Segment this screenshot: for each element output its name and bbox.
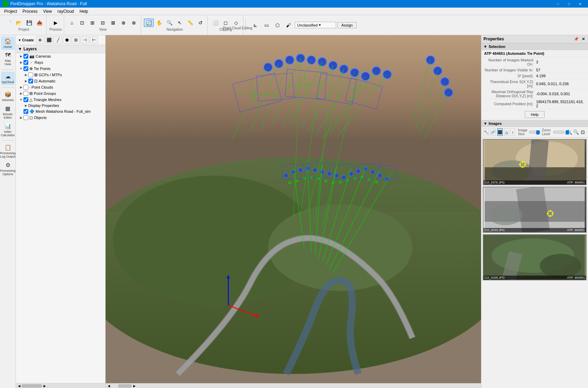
rays-checkbox[interactable]: [23, 60, 28, 65]
create-measurement-btn[interactable]: ⊣: [81, 36, 89, 44]
help-button[interactable]: Help: [525, 111, 545, 118]
props-close-button[interactable]: ✕: [580, 36, 586, 42]
view-settings-button[interactable]: ⊗: [129, 19, 139, 27]
layer-gcps-mtps[interactable]: ▶ ⊠ GCPs / MTPs: [16, 72, 105, 78]
pce-polygon-button[interactable]: ⬡: [273, 21, 282, 29]
view-zoom-fit-button[interactable]: ⊡: [77, 19, 87, 27]
sidebar-item-home[interactable]: 🏠 Home: [1, 37, 15, 50]
sidebar-item-map-view[interactable]: 🗺 Map View: [1, 51, 15, 67]
export-button[interactable]: 📤: [35, 19, 44, 27]
layer-scroll[interactable]: ▶ 📷 Cameras ▶ ⟋ Rays ▼ ⊕ Tie Points: [16, 53, 105, 383]
menu-view[interactable]: View: [40, 8, 55, 15]
viewport-scrollbar[interactable]: ◀ ▶: [106, 383, 481, 388]
layer-h-scrollbar[interactable]: ◀ ▶: [16, 383, 105, 388]
nav-select-button[interactable]: ↖: [175, 19, 185, 27]
image-size-slider[interactable]: [529, 131, 540, 133]
tm-checkbox[interactable]: [23, 97, 28, 102]
view-zoom-region-button[interactable]: ⊞: [88, 19, 97, 27]
pce-brush-button[interactable]: 🖌: [284, 21, 293, 29]
sidebar-item-index-calculator[interactable]: 📊 Index Calculator: [1, 121, 15, 138]
sidebar-item-raycloud[interactable]: ☁ rayCloud: [1, 72, 15, 85]
layer-cameras[interactable]: ▶ 📷 Cameras: [16, 53, 105, 59]
home-icon: 🏠: [4, 38, 11, 44]
nav-orbit-button[interactable]: 🔄: [144, 19, 154, 27]
menu-raycloud[interactable]: rayCloud: [55, 8, 77, 15]
vp-scrollbar-thumb[interactable]: [118, 384, 132, 388]
tie-points-checkbox[interactable]: [23, 66, 28, 71]
nav-pan-button[interactable]: ✋: [154, 19, 164, 27]
vp-scroll-right[interactable]: ▶: [132, 384, 137, 388]
image-size-thumb[interactable]: [536, 130, 540, 135]
image-thumb-2[interactable]: DJI_0168.JPG ATP: 464651: [483, 234, 587, 280]
layer-rays[interactable]: ▶ ⟋ Rays: [16, 59, 105, 66]
layer-scroll-left[interactable]: ◀: [17, 384, 21, 388]
view-arrange-button[interactable]: ⊠: [108, 19, 118, 27]
create-polygon-btn[interactable]: ⬟: [63, 36, 71, 44]
process-start-button[interactable]: ▶: [51, 19, 60, 27]
clip-box-button[interactable]: ⬜: [210, 19, 220, 27]
cameras-checkbox[interactable]: [23, 54, 28, 59]
img-tool-1[interactable]: 🔧: [483, 128, 489, 136]
img-tool-2[interactable]: 🔗: [490, 128, 496, 136]
open-button[interactable]: 📂: [14, 19, 23, 27]
menu-help[interactable]: Help: [77, 8, 91, 15]
view-home-button[interactable]: ⌂: [67, 19, 77, 27]
create-group-btn[interactable]: ⊞: [72, 36, 80, 44]
layers-header[interactable]: ▼ Layers: [16, 45, 105, 53]
close-button[interactable]: ✕: [575, 0, 585, 7]
pg-checkbox[interactable]: [23, 91, 28, 96]
zoom-thumb[interactable]: [566, 130, 569, 135]
maximize-button[interactable]: □: [564, 0, 574, 7]
img-tool-5[interactable]: ↕: [510, 128, 515, 136]
view-fullscreen-button[interactable]: ⊕: [119, 19, 128, 27]
layer-scrollbar-thumb[interactable]: [21, 384, 42, 388]
save-button[interactable]: 💾: [24, 19, 34, 27]
img-tool-3[interactable]: ⬛: [497, 128, 503, 136]
layer-point-clouds[interactable]: ▶ · Point Clouds: [16, 84, 105, 90]
clip-plane-button[interactable]: ◻: [221, 19, 231, 27]
sidebar-item-mosaic-editor[interactable]: ▦ Mosaic Editor: [1, 104, 15, 121]
layer-triangle-meshes[interactable]: ▼ △ Triangle Meshes: [16, 97, 105, 103]
create-line-btn[interactable]: ╱: [54, 36, 62, 44]
create-extra-btn[interactable]: ⊢: [90, 36, 98, 44]
menu-project[interactable]: Project: [1, 8, 20, 15]
nav-zoom-button[interactable]: 🔍: [165, 19, 174, 27]
layer-automatic[interactable]: ▶ ⊡ Automatic: [16, 78, 105, 84]
img-tool-4[interactable]: △: [504, 128, 509, 136]
create-surface-btn[interactable]: ⬛: [45, 36, 53, 44]
viewport[interactable]: ◀ ▶: [106, 35, 481, 388]
nav-measure-button[interactable]: 📏: [185, 19, 195, 27]
zoom-slider[interactable]: [553, 131, 565, 133]
sidebar-item-volumes[interactable]: 📦 Volumes: [1, 90, 15, 103]
menu-process[interactable]: Process: [20, 8, 40, 15]
props-pin-button[interactable]: 📌: [574, 36, 579, 42]
layer-objects[interactable]: ▶ ◻ Objects: [16, 115, 105, 121]
image-thumb-1[interactable]: DJI_0243.JPG ATP: 464651: [483, 187, 587, 233]
zoom-fit-button[interactable]: ⊡: [580, 129, 586, 135]
images-list[interactable]: DJI_0376.JPG ATP: 464651: [481, 138, 588, 388]
layer-display-properties[interactable]: ▶ Display Properties: [16, 103, 105, 108]
layer-mesh-file[interactable]: 🔷 Mesh Waitahora Road - Full_sim: [16, 108, 105, 115]
auto-checkbox[interactable]: [28, 79, 33, 83]
nav-reset-button[interactable]: ↺: [196, 19, 205, 27]
layer-scroll-right[interactable]: ▶: [42, 384, 47, 388]
sidebar-item-processing-options[interactable]: ⚙ Processing Options: [1, 160, 15, 177]
classification-dropdown[interactable]: Unclassified ▾: [295, 22, 336, 28]
layer-point-groups[interactable]: ▶ ⊞ Point Groups: [16, 90, 105, 97]
sidebar-item-processing-log[interactable]: 📋 Processing Log Output: [1, 143, 15, 160]
vp-scroll-left[interactable]: ◀: [106, 384, 111, 388]
zoom-out-button[interactable]: 🔍: [573, 129, 579, 135]
minimize-button[interactable]: ─: [553, 0, 563, 7]
new-button[interactable]: 📄: [3, 19, 13, 27]
layer-tie-points[interactable]: ▼ ⊕ Tie Points: [16, 66, 105, 72]
view-split-button[interactable]: ⊟: [98, 19, 108, 27]
pce-rectangle-button[interactable]: ▭: [262, 21, 271, 29]
gcps-checkbox[interactable]: [28, 72, 33, 77]
image-thumb-0[interactable]: DJI_0376.JPG ATP: 464651: [483, 139, 587, 185]
pc-checkbox[interactable]: [23, 85, 28, 90]
mesh-checkbox[interactable]: [23, 109, 28, 114]
assign-button[interactable]: Assign: [337, 22, 356, 28]
clip-clear-button[interactable]: ◇: [231, 19, 241, 27]
obj-checkbox[interactable]: [23, 115, 28, 120]
create-point-btn[interactable]: ⊕: [36, 36, 44, 44]
